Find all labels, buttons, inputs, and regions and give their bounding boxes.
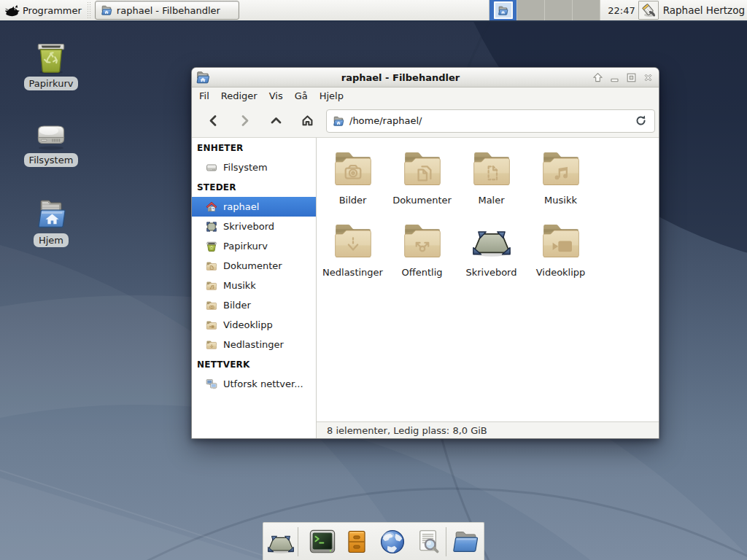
sidebar-item-browse-network[interactable]: Utforsk nettver...: [192, 374, 316, 394]
sidebar-item-pictures[interactable]: Bilder: [192, 295, 316, 315]
desktop-icon-home[interactable]: Hjem: [16, 196, 86, 247]
dock-show-desktop[interactable]: [264, 529, 298, 555]
dock-app-finder[interactable]: [410, 529, 446, 555]
file-label: Bilder: [339, 195, 367, 206]
thunar-mini-icon: [498, 5, 508, 16]
toolbar: /home/raphael/: [192, 104, 659, 138]
dk-folder-icon: [452, 528, 479, 556]
file-icon-view[interactable]: Bilder Dokumenter Maler Musikk Nedlastin…: [317, 138, 659, 421]
sidebar-header-devices: ENHETER: [192, 138, 316, 158]
file-music[interactable]: Musikk: [526, 144, 595, 217]
dock-file-cabinet[interactable]: [339, 529, 374, 554]
tb-fwd-icon: [238, 114, 252, 128]
back-button[interactable]: [198, 107, 228, 135]
dock-terminal[interactable]: [298, 527, 339, 556]
reload-button[interactable]: [632, 113, 649, 129]
maximize-button[interactable]: [624, 71, 638, 84]
dk-terminal-icon: [309, 528, 336, 556]
location-bar[interactable]: /home/raphael/: [326, 109, 655, 133]
sidebar-item-music[interactable]: Musikk: [192, 276, 316, 295]
workspace-3[interactable]: [545, 0, 573, 20]
wb-shade-icon: [592, 71, 604, 84]
refresh-icon: [635, 114, 647, 127]
desktop-icon-filesystem[interactable]: Filsystem: [16, 116, 86, 167]
sb-trash-icon: [206, 241, 217, 252]
sidebar: ENHETER Filsystem STEDER raphael Skriveb…: [192, 138, 317, 438]
wb-max-icon: [625, 71, 638, 84]
file-label: Videoklipp: [536, 267, 586, 278]
network-tray-button[interactable]: [638, 1, 659, 20]
applications-menu-button[interactable]: Programmer: [0, 0, 85, 20]
menu-help[interactable]: Hjelp: [314, 88, 349, 104]
menu-file[interactable]: Fil: [193, 88, 215, 104]
panel-right: 22:47 Raphael Hertzog: [489, 0, 747, 20]
file-pictures[interactable]: Bilder: [318, 144, 387, 217]
workspace-1[interactable]: [489, 0, 517, 20]
sidebar-header-network: NETTVERK: [192, 354, 316, 374]
location-path[interactable]: /home/raphael/: [349, 115, 627, 126]
file-label: Nedlastinger: [322, 267, 383, 278]
trash-48-icon: [34, 39, 69, 74]
sidebar-item-desktop[interactable]: Skrivebord: [192, 217, 316, 236]
sb-home-icon: [206, 201, 217, 213]
menu-edit[interactable]: Rediger: [215, 88, 263, 104]
sidebar-item-documents[interactable]: Dokumenter: [192, 256, 316, 276]
network-plug-icon: [640, 2, 657, 18]
workspace-pager: [489, 0, 600, 20]
dock-file-manager[interactable]: [446, 527, 484, 556]
sb-folder-doc-icon: [206, 260, 217, 272]
desktop-icon-label: Papirkurv: [24, 77, 79, 90]
file-label: Maler: [478, 195, 504, 206]
titlebar[interactable]: raphael - Filbehandler: [192, 68, 659, 88]
applications-menu-label: Programmer: [23, 5, 82, 16]
shade-button[interactable]: [591, 71, 604, 84]
dk-desktop-icon: [268, 529, 294, 555]
sidebar-item-videos[interactable]: Videoklipp: [192, 315, 316, 335]
fi-downloads-icon: [334, 221, 372, 259]
file-templates[interactable]: Maler: [457, 144, 526, 217]
workspace-4[interactable]: [573, 0, 600, 20]
wb-min-icon: [608, 71, 621, 84]
workspace-2[interactable]: [517, 0, 545, 20]
statusbar-text: 8 ielementer, Ledig plass: 8,0 GiB: [327, 425, 487, 436]
taskbar-window-label: raphael - Filbehandler: [117, 5, 220, 16]
file-videos[interactable]: Videoklipp: [526, 217, 595, 289]
home-button[interactable]: [293, 107, 322, 135]
taskbar-window-button[interactable]: raphael - Filbehandler: [95, 1, 239, 20]
up-button[interactable]: [261, 107, 290, 135]
menu-go[interactable]: Gå: [289, 88, 314, 104]
tb-home-icon: [301, 114, 314, 128]
location-folder-icon: [333, 115, 344, 127]
sb-folder-pic-icon: [206, 300, 217, 311]
sidebar-header-places: STEDER: [192, 177, 316, 197]
file-public[interactable]: Offentlig: [387, 217, 457, 289]
taskbar-grip: [87, 2, 92, 18]
dk-search-icon: [415, 529, 441, 555]
sidebar-item-filesystem[interactable]: Filsystem: [192, 158, 316, 177]
file-downloads[interactable]: Nedlastinger: [318, 217, 387, 289]
minimize-button[interactable]: [608, 71, 621, 84]
fi-public-icon: [403, 221, 441, 259]
main-column: Bilder Dokumenter Maler Musikk Nedlastin…: [317, 138, 659, 438]
close-button[interactable]: [641, 71, 654, 84]
top-panel: Programmer raphael - Filbehandler 22:47: [0, 0, 747, 22]
desktop-icon-trash[interactable]: Papirkurv: [16, 39, 86, 90]
sb-folder-dl-icon: [206, 339, 217, 351]
forward-button[interactable]: [230, 107, 259, 135]
panel-clock[interactable]: 22:47: [608, 5, 635, 16]
tb-back-icon: [206, 114, 220, 128]
panel-username[interactable]: Raphael Hertzog: [663, 4, 745, 16]
sidebar-item-downloads[interactable]: Nedlastinger: [192, 335, 316, 354]
dock-web-browser[interactable]: [374, 528, 410, 556]
window-content: ENHETER Filsystem STEDER raphael Skriveb…: [192, 138, 659, 438]
sidebar-item-raphael[interactable]: raphael: [192, 197, 316, 217]
file-desktop[interactable]: Skrivebord: [457, 217, 526, 289]
dk-globe-icon: [379, 528, 406, 556]
statusbar: 8 ielementer, Ledig plass: 8,0 GiB: [317, 421, 659, 438]
sb-desktop-icon: [206, 221, 217, 233]
sidebar-item-trash[interactable]: Papirkurv: [192, 236, 316, 256]
file-label: Dokumenter: [392, 195, 452, 206]
file-documents[interactable]: Dokumenter: [387, 144, 457, 217]
menu-view[interactable]: Vis: [263, 88, 289, 104]
drive-48-icon: [34, 116, 69, 151]
